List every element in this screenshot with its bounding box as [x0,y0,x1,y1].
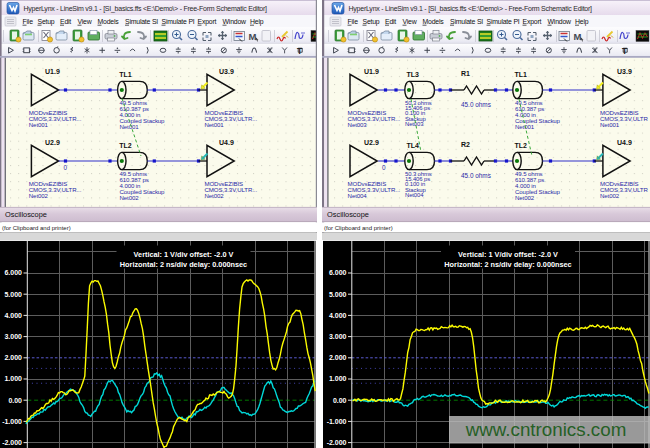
svg-text:2.000: 2.000 [4,354,22,361]
svg-text:View: View [403,18,417,25]
svg-text:U1.9: U1.9 [45,68,60,75]
svg-text:TL1: TL1 [515,71,528,78]
svg-text:TL4: TL4 [407,142,420,149]
svg-text:45.0 ohms: 45.0 ohms [461,172,491,179]
svg-text:Edit: Edit [385,18,396,25]
svg-text:Net003: Net003 [405,121,424,127]
svg-text:Net002: Net002 [120,194,140,201]
svg-text:Net001: Net001 [120,123,140,130]
svg-text:-1.000: -1.000 [327,418,347,425]
svg-text:Vertical: 1 V/div offset: -2: Vertical: 1 V/div offset: -2.0 V [458,250,558,259]
svg-text:0: 0 [382,164,386,171]
svg-text:0: 0 [64,164,68,171]
svg-text:M: M [574,31,582,42]
svg-text:-2.000: -2.000 [2,439,22,446]
svg-text:HyperLynx - LineSim v9.1 - [SI: HyperLynx - LineSim v9.1 - [SI_basics.ff… [24,5,268,13]
svg-text:0.00: 0.00 [333,397,347,404]
svg-text:Net002: Net002 [600,192,620,199]
svg-text:-2.000: -2.000 [327,439,347,446]
svg-text:Setup: Setup [363,18,380,26]
svg-text:Models: Models [98,18,120,25]
svg-text:Oscilloscope: Oscilloscope [327,210,369,219]
svg-text:Net001: Net001 [600,121,620,128]
svg-text:R2: R2 [461,141,470,148]
svg-text:-1.000: -1.000 [2,418,22,425]
svg-text:Net002: Net002 [29,192,49,199]
svg-text:Horizontal: 2 ns/div delay: 0: Horizontal: 2 ns/div delay: 0.000nsec [120,260,247,269]
svg-text:Net002: Net002 [205,192,225,199]
svg-text:1.000: 1.000 [4,375,22,382]
svg-text:3.000: 3.000 [329,333,347,340]
svg-text:TL2: TL2 [515,142,528,149]
svg-text:U1.9: U1.9 [364,68,379,75]
svg-text:R1: R1 [461,70,470,77]
svg-text:Net003: Net003 [348,121,368,128]
svg-text:Edit: Edit [60,18,71,25]
svg-text:T: T [297,46,303,56]
svg-text:Setup: Setup [38,18,55,26]
svg-text:U3.9: U3.9 [617,68,632,75]
svg-text:Simulate PI: Simulate PI [162,18,195,25]
svg-text:www.cntronics.com: www.cntronics.com [465,419,627,440]
svg-text:U4.9: U4.9 [617,139,632,146]
svg-text:Models: Models [423,18,445,25]
svg-text:4.000: 4.000 [329,312,347,319]
svg-text:3.000: 3.000 [4,333,22,340]
svg-text:Net002: Net002 [515,194,535,201]
svg-text:Window: Window [548,18,572,25]
svg-text:5.000: 5.000 [329,291,347,298]
svg-text:0.00: 0.00 [8,397,22,404]
svg-text:4.000: 4.000 [4,312,22,319]
svg-text:45.0 ohms: 45.0 ohms [461,101,491,108]
svg-text:U2.9: U2.9 [45,139,60,146]
svg-text:5.000: 5.000 [4,291,22,298]
svg-text:Simulate PI: Simulate PI [487,18,520,25]
svg-text:Net001: Net001 [29,121,49,128]
svg-text:Horizontal: 2 ns/div delay: 0: Horizontal: 2 ns/div delay: 0.000nsec [444,260,571,269]
svg-text:TL3: TL3 [407,71,420,78]
svg-text:View: View [78,18,92,25]
svg-text:File: File [348,18,359,25]
svg-text:Net001: Net001 [205,121,225,128]
svg-text:Help: Help [575,18,589,26]
svg-text:Help: Help [250,18,264,26]
svg-text:Simulate SI: Simulate SI [125,18,158,25]
svg-text:T: T [622,46,628,56]
svg-text:Window: Window [223,18,247,25]
svg-text:Net004: Net004 [348,192,368,199]
svg-text:6.000: 6.000 [4,269,22,276]
svg-text:U3.9: U3.9 [219,68,234,75]
svg-text:TL1: TL1 [119,71,132,78]
svg-text:HyperLynx - LineSim v9.1 - [SI: HyperLynx - LineSim v9.1 - [SI_basics.ff… [349,5,593,13]
svg-text:TL2: TL2 [119,142,132,149]
svg-text:1.000: 1.000 [329,375,347,382]
svg-text:6.000: 6.000 [329,269,347,276]
svg-text:Vertical: 1 V/div offset: -2: Vertical: 1 V/div offset: -2.0 V [134,250,234,259]
svg-text:Oscilloscope: Oscilloscope [5,210,47,219]
svg-text:Simulate SI: Simulate SI [450,18,483,25]
svg-text:(for Clipboard and printer): (for Clipboard and printer) [2,225,71,231]
svg-text:M: M [249,31,257,42]
svg-text:U4.9: U4.9 [219,139,234,146]
svg-text:Export: Export [523,18,542,26]
svg-text:Export: Export [198,18,217,26]
svg-text:File: File [23,18,34,25]
svg-text:Net004: Net004 [405,192,424,198]
svg-text:U2.9: U2.9 [364,139,379,146]
svg-text:(for Clipboard and printer): (for Clipboard and printer) [324,225,393,231]
svg-text:2.000: 2.000 [329,354,347,361]
